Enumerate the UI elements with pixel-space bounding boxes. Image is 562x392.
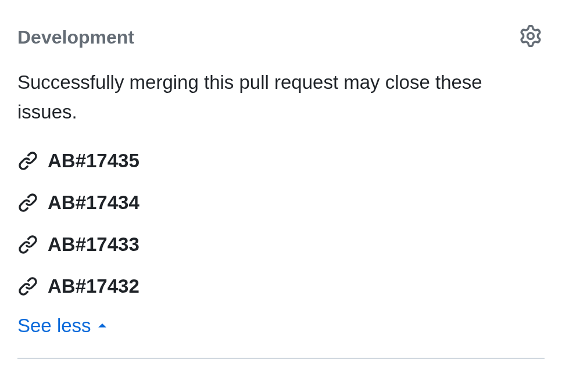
linked-issue-label: AB#17434	[48, 192, 139, 214]
section-header: Development	[17, 23, 545, 51]
linked-issue-label: AB#17435	[48, 150, 139, 172]
link-icon	[17, 276, 38, 297]
linked-issues-list: AB#17435 AB#17434 AB#17433 AB#17432	[17, 150, 545, 297]
linked-issue-item[interactable]: AB#17432	[17, 275, 545, 297]
link-icon	[17, 234, 38, 255]
gear-icon	[520, 25, 542, 49]
linked-issue-label: AB#17433	[48, 233, 139, 256]
settings-button[interactable]	[517, 23, 545, 51]
section-divider	[17, 358, 545, 359]
see-less-toggle[interactable]: See less	[17, 315, 545, 337]
section-description: Successfully merging this pull request m…	[17, 67, 545, 127]
link-icon	[17, 192, 38, 213]
linked-issue-item[interactable]: AB#17433	[17, 233, 545, 256]
toggle-label: See less	[17, 315, 91, 337]
linked-issue-item[interactable]: AB#17435	[17, 150, 545, 172]
section-title: Development	[17, 27, 134, 48]
caret-up-icon	[96, 319, 109, 332]
linked-issue-label: AB#17432	[48, 275, 139, 297]
link-icon	[17, 150, 38, 171]
linked-issue-item[interactable]: AB#17434	[17, 192, 545, 214]
